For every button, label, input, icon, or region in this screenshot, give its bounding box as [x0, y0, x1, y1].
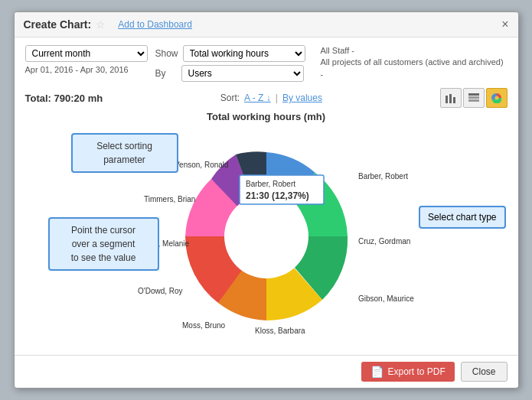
- pie-chart-btn[interactable]: [486, 88, 508, 108]
- callout-sort: Select sortingparameter: [71, 133, 178, 173]
- staff-info: All Staff - All projects of all customer…: [321, 45, 508, 80]
- svg-rect-3: [468, 93, 479, 96]
- total-label: Total: 790:20 mh: [25, 93, 103, 104]
- label-kloss: Kloss, Barbara: [255, 327, 305, 335]
- tooltip-name: Barber, Robert: [246, 180, 295, 188]
- staff-line1: All Staff -: [321, 45, 508, 57]
- sort-divider: |: [276, 93, 278, 103]
- chart-type-buttons: [440, 88, 508, 108]
- staff-line2: All projects of all customers (active an…: [321, 57, 508, 80]
- label-timmers: Timmers, Brian: [144, 195, 195, 203]
- svg-rect-1: [449, 94, 452, 103]
- label-barber: Barber, Robert: [358, 172, 408, 180]
- svg-rect-4: [468, 96, 479, 99]
- tooltip-value: 21:30 (12,37%): [246, 190, 309, 201]
- callout-chart-type: Select chart type: [419, 206, 505, 229]
- by-select[interactable]: Users: [181, 65, 304, 82]
- create-chart-modal: Create Chart: ☆ Add to Dashboard × Curre…: [14, 11, 519, 389]
- date-range-select[interactable]: Current month: [25, 45, 148, 62]
- show-label: Show: [155, 48, 178, 59]
- show-by-section: Show Total working hours By Users: [155, 45, 305, 82]
- svg-rect-2: [453, 97, 455, 103]
- sort-label: Sort:: [220, 93, 240, 103]
- chart-title: Total working hours (mh): [25, 111, 508, 122]
- add-to-dashboard-link[interactable]: Add to Dashboard: [118, 19, 192, 30]
- modal-overlay: Create Chart: ☆ Add to Dashboard × Curre…: [0, 0, 532, 400]
- callout-cursor: Point the cursorover a segmentto see the…: [48, 217, 159, 271]
- label-odowd: O'Dowd, Roy: [138, 287, 183, 295]
- close-button[interactable]: ×: [501, 18, 508, 31]
- date-range-section: Current month Apr 01, 2016 - Apr 30, 201…: [25, 45, 148, 74]
- callout-sort-text: Select sortingparameter: [96, 141, 152, 165]
- sort-by-values[interactable]: By values: [282, 93, 322, 103]
- svg-rect-5: [468, 99, 479, 102]
- export-pdf-button[interactable]: 📄 Export to PDF: [361, 362, 454, 382]
- modal-footer: 📄 Export to PDF Close: [15, 355, 518, 388]
- pdf-icon: 📄: [370, 366, 383, 378]
- modal-title: Create Chart:: [24, 18, 92, 31]
- show-row: Show Total working hours: [155, 45, 305, 62]
- by-label: By: [155, 68, 177, 79]
- close-footer-button[interactable]: Close: [461, 362, 508, 382]
- by-row: By Users: [155, 65, 305, 82]
- label-cruz: Cruz, Gordman: [358, 237, 410, 246]
- chart-area: Barber, Robert Cruz, Gordman Gibson, Mau…: [25, 125, 508, 347]
- callout-chart-type-text: Select chart type: [428, 212, 496, 223]
- svg-point-6: [494, 96, 498, 100]
- modal-header: Create Chart: ☆ Add to Dashboard ×: [15, 12, 518, 37]
- star-icon: ☆: [96, 18, 106, 31]
- sort-az[interactable]: A - Z ↓: [244, 93, 271, 103]
- tooltip-group: Barber, Robert 21:30 (12,37%): [240, 175, 324, 204]
- svg-rect-0: [446, 96, 448, 103]
- donut-hole: [224, 194, 308, 278]
- show-select[interactable]: Total working hours: [183, 45, 305, 62]
- label-venson: Venson, Ronald: [175, 161, 229, 169]
- table-chart-btn[interactable]: [463, 88, 485, 108]
- label-gibson: Gibson, Maurice: [358, 294, 414, 303]
- label-moss: Moss, Bruno: [182, 321, 226, 330]
- top-controls: Current month Apr 01, 2016 - Apr 30, 201…: [25, 45, 508, 82]
- chart-controls: Total: 790:20 mh Sort: A - Z ↓ | By valu…: [25, 88, 508, 108]
- bar-chart-btn[interactable]: [440, 88, 462, 108]
- date-text: Apr 01, 2016 - Apr 30, 2016: [25, 65, 148, 74]
- modal-body: Current month Apr 01, 2016 - Apr 30, 201…: [15, 37, 518, 355]
- sort-section: Sort: A - Z ↓ | By values: [220, 93, 322, 103]
- callout-cursor-text: Point the cursorover a segmentto see the…: [71, 225, 136, 263]
